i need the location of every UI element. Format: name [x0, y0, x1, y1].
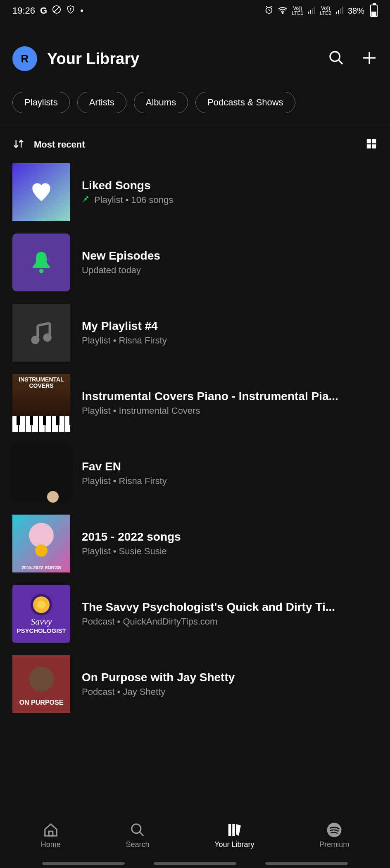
- person-icon: [29, 667, 54, 692]
- svg-rect-15: [338, 10, 339, 14]
- item-text: My Playlist #4 Playlist • Risna Firsty: [82, 320, 378, 346]
- liked-songs-art: [12, 163, 70, 221]
- svg-point-35: [132, 824, 141, 833]
- chip-albums[interactable]: Albums: [134, 92, 188, 113]
- bubble-icon: [35, 544, 48, 557]
- item-title: On Purpose with Jay Shetty: [82, 671, 378, 684]
- item-text: 2015 - 2022 songs Playlist • Susie Susie: [82, 530, 378, 557]
- chip-artists[interactable]: Artists: [77, 92, 126, 113]
- art-label: ON PURPOSE: [19, 699, 64, 706]
- list-item-2015-2022[interactable]: 2015-2022 SONGS 2015 - 2022 songs Playli…: [12, 515, 378, 572]
- list-item-instrumental-covers[interactable]: INSTRUMENTAL COVERS Instrumental Covers …: [12, 374, 378, 432]
- svg-rect-17: [342, 7, 343, 14]
- person-icon: [29, 523, 54, 548]
- svg-rect-38: [233, 824, 235, 836]
- avatar[interactable]: R: [12, 46, 37, 71]
- nav-label: Search: [126, 840, 149, 849]
- library-list: Liked Songs Playlist • 106 songs New Epi…: [0, 159, 390, 713]
- item-subtitle: Playlist • Susie Susie: [82, 546, 378, 557]
- nav-search[interactable]: Search: [126, 822, 149, 849]
- new-episodes-art: [12, 234, 70, 291]
- avatar-initial: R: [21, 52, 29, 65]
- art-label: 2015-2022 SONGS: [14, 565, 69, 570]
- list-item-my-playlist-4[interactable]: My Playlist #4 Playlist • Risna Firsty: [12, 304, 378, 362]
- nav-label: Your Library: [214, 840, 254, 849]
- svg-point-2: [70, 8, 71, 9]
- chip-podcasts[interactable]: Podcasts & Shows: [195, 92, 295, 113]
- status-right: Vo))LTE1 Vo))LTE2 38%: [264, 5, 378, 17]
- battery-percent: 38%: [348, 6, 364, 16]
- item-text: On Purpose with Jay Shetty Podcast • Jay…: [82, 671, 378, 697]
- bottom-nav: Home Search Your Library Premium: [0, 814, 390, 853]
- svg-rect-10: [308, 12, 309, 14]
- item-title: My Playlist #4: [82, 320, 378, 333]
- list-item-savvy-psychologist[interactable]: Savvy PSYCHOLOGIST The Savvy Psychologis…: [12, 585, 378, 643]
- svg-point-28: [39, 269, 43, 273]
- item-title: Instrumental Covers Piano - Instrumental…: [82, 390, 378, 403]
- grid-view-icon[interactable]: [365, 138, 378, 152]
- chip-playlists[interactable]: Playlists: [12, 92, 70, 113]
- item-subtitle: Playlist • Risna Firsty: [82, 335, 378, 346]
- lte2-indicator: Vo))LTE2: [320, 6, 331, 16]
- svg-line-1: [55, 7, 59, 12]
- spotify-icon: [326, 822, 342, 838]
- item-subtitle: Podcast • QuickAndDirtyTips.com: [82, 616, 378, 627]
- add-icon[interactable]: [361, 50, 378, 68]
- item-subtitle: Playlist • Instrumental Covers: [82, 405, 378, 416]
- nav-label: Home: [41, 840, 61, 849]
- item-text: Instrumental Covers Piano - Instrumental…: [82, 390, 378, 416]
- item-title: The Savvy Psychologist's Quick and Dirty…: [82, 601, 378, 614]
- dot-icon: •: [80, 5, 83, 16]
- nav-home[interactable]: Home: [41, 822, 61, 849]
- list-item-on-purpose[interactable]: ON PURPOSE On Purpose with Jay Shetty Po…: [12, 655, 378, 713]
- playlist-art: 2015-2022 SONGS: [12, 515, 70, 572]
- svg-rect-14: [336, 12, 337, 14]
- sort-arrows-icon: [12, 138, 25, 151]
- sort-label: Most recent: [34, 139, 85, 150]
- shield-icon: [66, 5, 75, 17]
- page-title: Your Library: [47, 50, 318, 68]
- nav-library[interactable]: Your Library: [214, 822, 254, 849]
- list-item-new-episodes[interactable]: New Episodes Updated today: [12, 234, 378, 291]
- google-icon: G: [40, 5, 47, 16]
- svg-point-33: [44, 334, 50, 341]
- podcast-art: ON PURPOSE: [12, 655, 70, 713]
- search-icon: [130, 822, 145, 838]
- nav-premium[interactable]: Premium: [319, 822, 349, 849]
- svg-line-31: [38, 323, 50, 326]
- pin-icon: [82, 195, 90, 205]
- svg-rect-13: [314, 7, 315, 14]
- list-item-fav-en[interactable]: Fav EN Playlist • Risna Firsty: [12, 444, 378, 502]
- header-actions: [328, 50, 378, 68]
- nav-label: Premium: [319, 840, 349, 849]
- item-title: 2015 - 2022 songs: [82, 530, 378, 544]
- alarm-icon: [264, 5, 273, 17]
- item-title: Fav EN: [82, 460, 378, 473]
- filter-chips: Playlists Artists Albums Podcasts & Show…: [0, 83, 390, 126]
- list-item-liked-songs[interactable]: Liked Songs Playlist • 106 songs: [12, 163, 378, 221]
- status-time: 19:26: [12, 5, 35, 16]
- home-icon: [43, 822, 59, 838]
- item-subtitle-text: Playlist • 106 songs: [94, 195, 173, 205]
- library-icon: [226, 822, 242, 838]
- battery-icon: [370, 5, 378, 17]
- status-left: 19:26 G •: [12, 5, 83, 17]
- item-text: Fav EN Playlist • Risna Firsty: [82, 460, 378, 486]
- item-subtitle: Podcast • Jay Shetty: [82, 687, 378, 697]
- item-title: New Episodes: [82, 249, 378, 262]
- svg-rect-24: [367, 139, 371, 143]
- item-text: Liked Songs Playlist • 106 songs: [82, 179, 378, 205]
- svg-rect-11: [310, 10, 311, 14]
- piano-keys-icon: [12, 416, 70, 432]
- item-text: The Savvy Psychologist's Quick and Dirty…: [82, 601, 378, 627]
- playlist-art: [12, 304, 70, 362]
- svg-rect-25: [372, 139, 376, 143]
- gesture-bar: [42, 862, 348, 865]
- search-icon[interactable]: [328, 50, 345, 68]
- art-label: INSTRUMENTAL COVERS: [15, 377, 68, 389]
- svg-rect-37: [228, 824, 231, 836]
- item-subtitle: Playlist • Risna Firsty: [82, 476, 378, 486]
- sort-button[interactable]: Most recent: [12, 138, 85, 151]
- library-header: R Your Library: [0, 21, 390, 83]
- wifi-icon: [278, 6, 288, 16]
